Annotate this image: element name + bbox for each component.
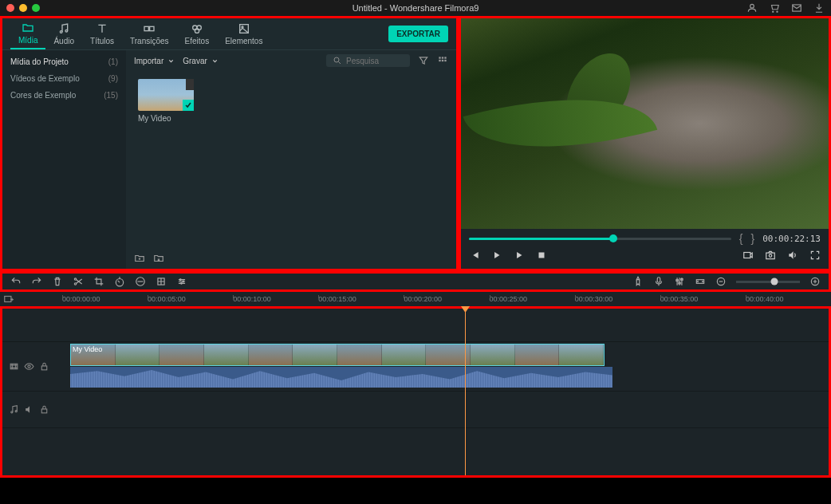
search-input[interactable] bbox=[346, 57, 402, 65]
marker-icon[interactable] bbox=[632, 276, 644, 287]
media-sidebar: Mídia do Projeto (1) Vídeos de Exemplo (… bbox=[2, 50, 126, 269]
svg-rect-40 bbox=[10, 364, 18, 369]
maximize-window-button[interactable] bbox=[32, 4, 40, 12]
ruler-mark: 00:00:05:00 bbox=[148, 295, 233, 303]
preview-progress-bar[interactable] bbox=[469, 238, 731, 240]
volume-icon[interactable] bbox=[787, 250, 798, 261]
cart-icon[interactable] bbox=[769, 2, 780, 14]
svg-rect-42 bbox=[41, 366, 47, 370]
svg-rect-19 bbox=[444, 60, 446, 61]
tab-audio[interactable]: Áudio bbox=[45, 19, 82, 49]
record-dropdown[interactable]: Gravar bbox=[183, 57, 219, 65]
clip-label: My Video bbox=[73, 345, 102, 353]
snapshot-icon[interactable] bbox=[765, 250, 776, 261]
mixer-icon[interactable] bbox=[674, 276, 685, 287]
search-box[interactable] bbox=[326, 54, 410, 67]
svg-point-26 bbox=[116, 279, 123, 286]
account-icon[interactable] bbox=[746, 2, 758, 14]
eye-icon[interactable] bbox=[24, 361, 34, 372]
svg-point-5 bbox=[65, 30, 68, 32]
svg-rect-6 bbox=[144, 26, 148, 30]
timeline-toolbar bbox=[0, 271, 831, 292]
prev-frame-icon[interactable] bbox=[469, 250, 480, 261]
audio-track[interactable] bbox=[2, 392, 829, 428]
mail-icon[interactable] bbox=[791, 2, 802, 14]
media-toolbar: Importar Gravar bbox=[126, 50, 456, 71]
progress-handle[interactable] bbox=[609, 234, 617, 242]
sidebar-item-sample-colors[interactable]: Cores de Exemplo (15) bbox=[2, 87, 126, 104]
lock-icon[interactable] bbox=[39, 361, 49, 372]
svg-rect-18 bbox=[442, 60, 443, 61]
svg-rect-7 bbox=[150, 26, 154, 30]
speed-icon[interactable] bbox=[114, 276, 125, 287]
svg-point-41 bbox=[28, 365, 30, 368]
media-thumbnail[interactable] bbox=[138, 79, 194, 111]
svg-rect-20 bbox=[539, 253, 545, 258]
play-icon[interactable] bbox=[491, 250, 502, 261]
zoom-in-icon[interactable] bbox=[809, 276, 821, 287]
mic-icon[interactable] bbox=[653, 276, 664, 287]
svg-rect-32 bbox=[657, 278, 660, 282]
play-forward-icon[interactable] bbox=[514, 250, 525, 261]
timeline-ruler[interactable]: 00:00:00:00 00:00:05:00 00:00:10:00 00:0… bbox=[0, 292, 831, 306]
green-screen-icon[interactable] bbox=[156, 276, 167, 287]
preview-video[interactable] bbox=[461, 18, 829, 229]
import-dropdown[interactable]: Importar bbox=[134, 57, 175, 65]
zoom-handle[interactable] bbox=[771, 278, 778, 285]
filter-icon[interactable] bbox=[418, 55, 429, 66]
svg-point-1 bbox=[773, 11, 774, 12]
mark-out-icon[interactable]: } bbox=[750, 232, 754, 245]
tab-titles[interactable]: Títulos bbox=[82, 19, 122, 49]
split-icon[interactable] bbox=[73, 276, 84, 287]
chevron-down-icon bbox=[167, 57, 175, 65]
fit-icon[interactable] bbox=[695, 276, 706, 287]
quality-icon[interactable] bbox=[742, 250, 754, 261]
sidebar-item-sample-videos[interactable]: Vídeos de Exemplo (9) bbox=[2, 70, 126, 87]
audio-clip[interactable] bbox=[70, 367, 612, 388]
svg-point-2 bbox=[777, 11, 778, 12]
close-window-button[interactable] bbox=[6, 4, 14, 12]
fullscreen-icon[interactable] bbox=[809, 250, 821, 261]
delete-folder-icon[interactable] bbox=[153, 253, 164, 264]
export-button[interactable]: EXPORTAR bbox=[388, 26, 448, 42]
video-track[interactable]: My Video bbox=[2, 342, 829, 392]
zoom-slider[interactable] bbox=[736, 281, 800, 283]
download-icon[interactable] bbox=[813, 2, 825, 14]
svg-point-13 bbox=[334, 57, 339, 62]
undo-icon[interactable] bbox=[10, 276, 22, 287]
timeline[interactable]: My Video bbox=[0, 306, 831, 478]
lock-icon[interactable] bbox=[39, 404, 49, 415]
svg-point-30 bbox=[183, 281, 184, 282]
svg-point-10 bbox=[195, 29, 199, 33]
adjust-icon[interactable] bbox=[176, 276, 187, 287]
redo-icon[interactable] bbox=[31, 276, 42, 287]
video-clip[interactable]: My Video bbox=[70, 344, 605, 366]
tab-transitions[interactable]: Transições bbox=[122, 19, 177, 49]
preview-timecode: 00:00:22:13 bbox=[762, 234, 821, 244]
crop-icon[interactable] bbox=[93, 276, 104, 287]
video-track-icon bbox=[9, 361, 19, 372]
stop-icon[interactable] bbox=[536, 250, 547, 261]
tab-effects[interactable]: Efeitos bbox=[177, 19, 218, 49]
delete-icon[interactable] bbox=[52, 276, 63, 287]
color-icon[interactable] bbox=[135, 276, 146, 287]
speaker-icon[interactable] bbox=[24, 404, 34, 415]
preview-controls: { } 00:00:22:13 bbox=[461, 229, 829, 269]
tab-elements[interactable]: Elementos bbox=[217, 19, 270, 49]
svg-point-44 bbox=[15, 411, 17, 412]
new-folder-icon[interactable] bbox=[134, 253, 145, 264]
playhead[interactable] bbox=[465, 309, 466, 475]
mark-in-icon[interactable]: { bbox=[739, 232, 743, 245]
svg-point-24 bbox=[74, 278, 76, 280]
grid-view-icon[interactable] bbox=[437, 55, 448, 66]
sidebar-item-project-media[interactable]: Mídia do Projeto (1) bbox=[2, 53, 126, 70]
svg-point-23 bbox=[769, 254, 772, 258]
zoom-out-icon[interactable] bbox=[715, 276, 727, 287]
ruler-mark: 00:00:10:00 bbox=[233, 295, 318, 303]
effects-icon bbox=[191, 22, 203, 35]
minimize-window-button[interactable] bbox=[19, 4, 27, 12]
media-item[interactable]: My Video bbox=[138, 79, 194, 123]
svg-rect-22 bbox=[766, 253, 775, 259]
tab-media[interactable]: Mídia bbox=[10, 18, 45, 49]
add-track-icon[interactable] bbox=[3, 293, 14, 305]
